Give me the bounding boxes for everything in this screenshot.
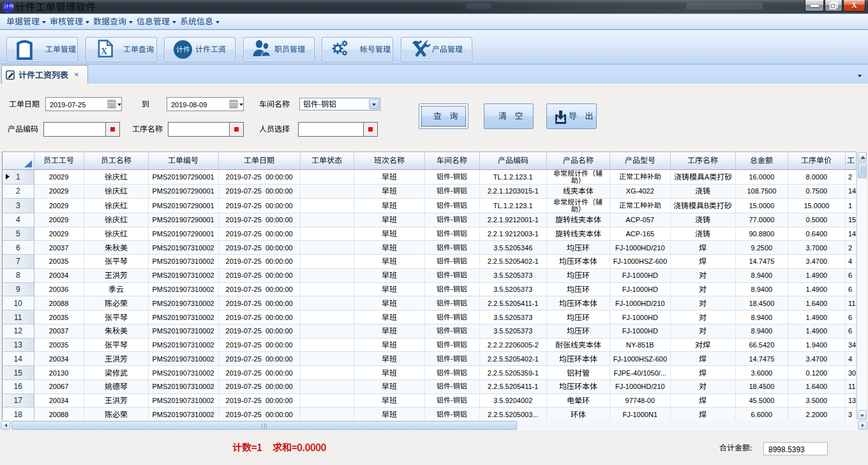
svg-text:X: X: [100, 47, 107, 56]
